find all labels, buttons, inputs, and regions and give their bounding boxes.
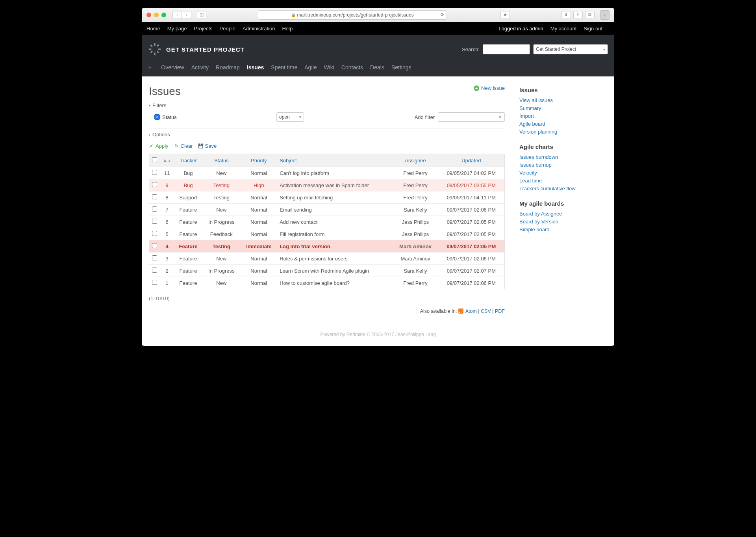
reader-button[interactable]: ★ — [500, 11, 510, 19]
search-input[interactable] — [483, 44, 530, 54]
sidebar-toggle-button[interactable]: ◫ — [197, 11, 206, 19]
maximize-window-button[interactable] — [161, 13, 166, 17]
apply-button[interactable]: ✔Apply — [149, 143, 169, 149]
minimize-window-button[interactable] — [154, 13, 159, 17]
status-filter-operator[interactable]: open ▾ — [276, 112, 304, 122]
row-checkbox[interactable] — [152, 182, 157, 187]
project-selector[interactable]: Get Started Project ▾ — [533, 44, 608, 54]
tab-wiki[interactable]: Wiki — [324, 64, 334, 71]
table-row[interactable]: 4FeatureTestingImmediateLog into trial v… — [149, 240, 505, 253]
row-checkbox[interactable] — [152, 170, 157, 175]
table-row[interactable]: 9BugTestingHighActivation message was in… — [149, 179, 505, 191]
sidebar-link-view-all-issues[interactable]: View all issues — [519, 97, 607, 103]
col-status[interactable]: Status — [202, 154, 240, 167]
topnav-projects[interactable]: Projects — [194, 26, 213, 32]
clear-button[interactable]: ↻Clear — [174, 143, 193, 149]
topnav-administration[interactable]: Administration — [243, 26, 275, 32]
table-row[interactable]: 8SupportTestingNormalSetting up mail fet… — [149, 191, 505, 204]
tab-spent-time[interactable]: Spent time — [271, 64, 297, 71]
caret-right-icon: ▸ — [149, 133, 151, 137]
window-controls — [146, 13, 166, 17]
sidebar-link-velocity[interactable]: Velocity — [519, 170, 607, 176]
sidebar-link-summary[interactable]: Summary — [519, 105, 607, 111]
table-row[interactable]: 6FeatureIn ProgressNormalAdd new contact… — [149, 216, 505, 228]
tab-overview[interactable]: Overview — [161, 64, 184, 71]
table-row[interactable]: 1FeatureNewNormalHow to customise agile … — [149, 277, 505, 289]
table-row[interactable]: 11BugNewNormalCan't log into platformFre… — [149, 167, 505, 179]
table-row[interactable]: 3FeatureNewNormalRoles & permissions for… — [149, 253, 505, 265]
sidebar-link-simple-board[interactable]: Simple board — [519, 227, 607, 232]
status-filter-checkbox[interactable]: ✓ — [154, 114, 160, 120]
sidebar-link-import[interactable]: Import — [519, 113, 607, 119]
topnav-people[interactable]: People — [220, 26, 235, 32]
select-all-checkbox[interactable] — [152, 157, 157, 162]
sidebar-link-issues-burndown[interactable]: Issues burndown — [519, 154, 607, 160]
add-filter-select[interactable]: ▾ — [438, 112, 505, 122]
new-tab-button[interactable]: + — [600, 10, 610, 20]
row-checkbox[interactable] — [152, 280, 157, 285]
row-checkbox[interactable] — [152, 206, 157, 212]
share-button[interactable]: ⇪ — [573, 11, 583, 19]
sidebar-link-version-planning[interactable]: Version planning — [519, 129, 607, 135]
add-tab-button[interactable]: + — [148, 64, 152, 71]
row-checkbox[interactable] — [152, 231, 157, 236]
col-updated[interactable]: Updated — [438, 154, 505, 167]
sidebar-heading-issues: Issues — [519, 87, 607, 93]
topnav-home[interactable]: Home — [146, 26, 160, 32]
table-row[interactable]: 7FeatureNewNormalEmail sendingSara Kelly… — [149, 204, 505, 216]
options-toggle[interactable]: ▸ Options — [149, 132, 505, 138]
save-button[interactable]: 💾Save — [198, 143, 217, 149]
row-checkbox[interactable] — [152, 255, 157, 260]
tab-settings[interactable]: Settings — [391, 64, 411, 71]
col-assignee[interactable]: Assignee — [393, 154, 438, 167]
export-pdf[interactable]: PDF — [495, 308, 505, 314]
table-row[interactable]: 2FeatureIn ProgressNormalLearn Scrum wit… — [149, 265, 505, 277]
sidebar-link-board-by-version[interactable]: Board by Version — [519, 219, 607, 225]
logged-in-text: Logged in as admin — [498, 26, 543, 32]
row-checkbox[interactable] — [152, 219, 157, 224]
export-csv[interactable]: CSV — [481, 308, 491, 314]
tab-deals[interactable]: Deals — [370, 64, 384, 71]
new-issue-button[interactable]: + New issue — [474, 85, 505, 91]
download-button[interactable]: ⬇ — [561, 11, 571, 19]
topnav-sign-out[interactable]: Sign out — [584, 26, 602, 32]
back-button[interactable]: ‹ — [172, 11, 182, 19]
export-formats: Also available in: Atom | CSV | PDF — [149, 308, 505, 314]
table-row[interactable]: 5FeatureFeedbackNormalFill registration … — [149, 228, 505, 240]
col-tracker[interactable]: Tracker — [174, 154, 202, 167]
sidebar-link-board-by-assignee[interactable]: Board by Assignee — [519, 211, 607, 217]
browser-chrome: ‹ › ◫ 🔒 marti.redmineup.com/projects/get… — [142, 8, 614, 22]
export-atom[interactable]: Atom — [465, 308, 477, 314]
tab-issues[interactable]: Issues — [247, 64, 264, 71]
topnav-my-page[interactable]: My page — [167, 26, 187, 32]
forward-button[interactable]: › — [182, 11, 191, 19]
tab-agile[interactable]: Agile — [304, 64, 317, 71]
row-checkbox[interactable] — [152, 268, 157, 273]
tab-roadmap[interactable]: Roadmap — [216, 64, 240, 71]
row-checkbox[interactable] — [152, 243, 157, 248]
topnav-help[interactable]: Help — [282, 26, 293, 32]
row-checkbox[interactable] — [152, 194, 157, 199]
col-subject[interactable]: Subject — [277, 154, 393, 167]
tab-activity[interactable]: Activity — [191, 64, 209, 71]
address-bar[interactable]: 🔒 marti.redmineup.com/projects/get-start… — [258, 10, 447, 20]
issues-table: # ▾TrackerStatusPrioritySubjectAssigneeU… — [149, 154, 505, 289]
reload-icon: ↻ — [174, 143, 179, 149]
col-[interactable]: # ▾ — [160, 154, 174, 167]
topnav-my-account[interactable]: My account — [550, 26, 576, 32]
tabs-button[interactable]: ⧉ — [585, 11, 595, 19]
close-window-button[interactable] — [146, 13, 151, 17]
reload-icon[interactable]: ⟳ — [441, 12, 444, 17]
filters-toggle[interactable]: ▾ Filters — [149, 102, 505, 108]
sidebar-link-lead-time[interactable]: Lead time — [519, 178, 607, 184]
tab-contacts[interactable]: Contacts — [341, 64, 363, 71]
page-title: Issues — [149, 85, 181, 98]
col-priority[interactable]: Priority — [240, 154, 277, 167]
sidebar-link-trackers-cumulative-flow[interactable]: Trackers cumulative flow — [519, 186, 607, 191]
sidebar-link-agile-board[interactable]: Agile board — [519, 121, 607, 127]
project-title[interactable]: GET STARTED PROJECT — [166, 46, 245, 53]
sidebar-link-issues-burnup[interactable]: Issues burnup — [519, 162, 607, 168]
top-menu: HomeMy pageProjectsPeopleAdministrationH… — [142, 22, 614, 35]
svg-rect-1 — [154, 53, 155, 56]
plus-icon: + — [474, 85, 479, 91]
